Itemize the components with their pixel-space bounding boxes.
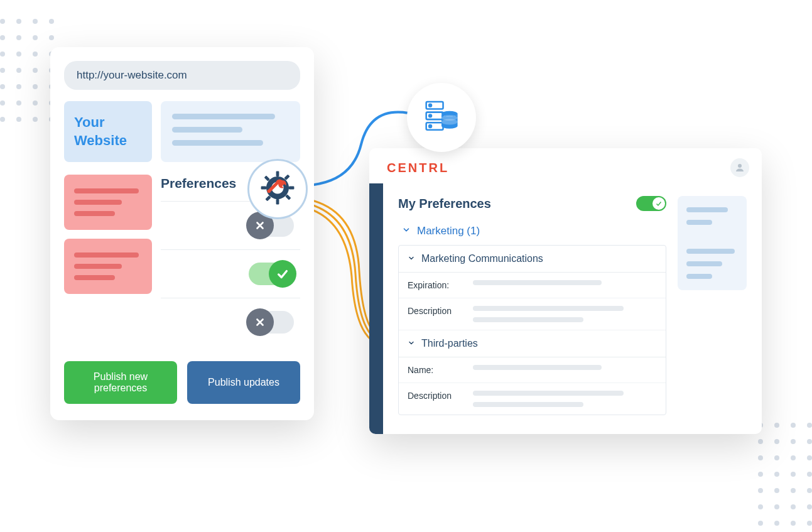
check-icon xyxy=(652,197,665,210)
value-placeholder xyxy=(473,306,657,322)
svg-point-11 xyxy=(429,104,431,107)
field-label: Name: xyxy=(408,365,473,375)
chevron-down-icon xyxy=(408,338,415,349)
field-row: Description xyxy=(399,298,666,330)
group-header-third-parties[interactable]: Third-parties xyxy=(399,330,666,357)
database-connector-badge xyxy=(407,83,476,152)
website-preview-card: http://your-website.com Your Website Pre… xyxy=(50,47,314,420)
website-title: Your Website xyxy=(64,101,152,162)
check-icon xyxy=(269,260,296,288)
side-summary-card xyxy=(678,196,747,290)
chevron-down-icon xyxy=(402,225,411,237)
preference-panel: Marketing Communications Expiration: Des… xyxy=(398,245,666,415)
chevron-down-icon xyxy=(408,253,415,264)
publish-updates-button[interactable]: Publish updates xyxy=(187,361,300,404)
decorative-dots-top-left xyxy=(0,19,54,122)
svg-rect-3 xyxy=(289,187,294,190)
section-marketing[interactable]: Marketing (1) xyxy=(398,220,666,245)
group-label: Marketing Communications xyxy=(421,253,543,264)
svg-point-16 xyxy=(441,119,458,124)
decorative-dots-bottom-right xyxy=(758,423,812,526)
value-placeholder xyxy=(473,280,657,285)
svg-rect-2 xyxy=(261,187,266,190)
content-blocks-column xyxy=(64,175,152,346)
section-label: Marketing (1) xyxy=(417,225,480,237)
field-row: Name: xyxy=(399,357,666,383)
sidebar-strip xyxy=(369,183,383,434)
svg-rect-1 xyxy=(276,199,279,204)
master-toggle-on[interactable] xyxy=(636,196,666,211)
centrl-header: CENTRL xyxy=(369,148,762,183)
group-label: Third-parties xyxy=(421,338,478,349)
panel-title: My Preferences xyxy=(398,197,491,211)
preference-toggle-on[interactable] xyxy=(249,263,294,285)
website-hero-block: Your Website xyxy=(64,101,300,162)
publish-new-button[interactable]: Publish new preferences xyxy=(64,361,177,404)
gear-connector-badge xyxy=(247,159,308,219)
centrl-panel: CENTRL My Preferences xyxy=(369,148,762,434)
field-row: Expiration: xyxy=(399,273,666,298)
preference-toggle-off[interactable] xyxy=(249,311,294,334)
preference-row xyxy=(161,298,300,346)
content-block xyxy=(64,239,152,294)
gear-wrench-icon xyxy=(259,169,296,209)
value-placeholder xyxy=(473,391,657,407)
field-label: Description xyxy=(408,391,473,401)
svg-rect-0 xyxy=(276,171,279,176)
preference-row xyxy=(161,249,300,298)
database-server-icon xyxy=(421,96,462,139)
content-block xyxy=(64,175,152,230)
field-row: Description xyxy=(399,383,666,415)
group-header-marketing-comm[interactable]: Marketing Communications xyxy=(399,246,666,273)
field-label: Description xyxy=(408,306,473,316)
url-bar: http://your-website.com xyxy=(64,61,300,90)
user-avatar-icon[interactable] xyxy=(730,158,749,177)
value-placeholder xyxy=(473,365,657,370)
brand-logo: CENTRL xyxy=(387,161,449,175)
field-label: Expiration: xyxy=(408,280,473,290)
hero-text-placeholder xyxy=(161,101,300,162)
x-icon xyxy=(246,308,274,336)
svg-point-13 xyxy=(429,125,431,128)
svg-point-12 xyxy=(429,114,431,117)
